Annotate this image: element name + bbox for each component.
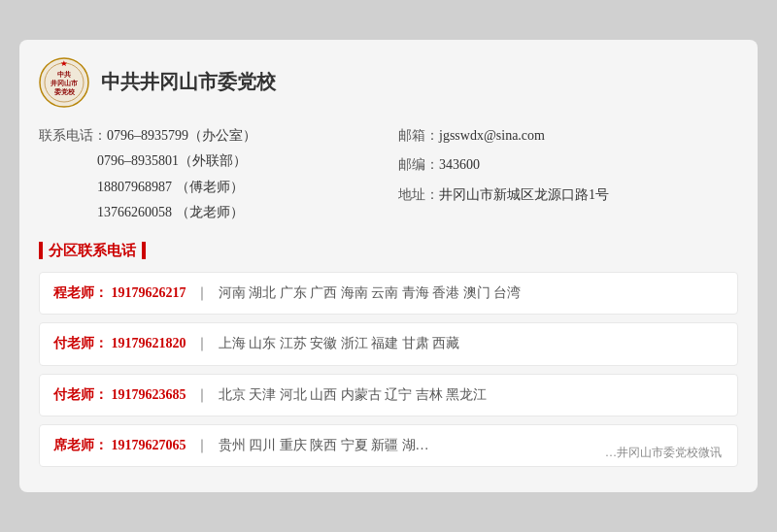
svg-text:中共: 中共 <box>57 70 72 79</box>
contact-item-3: 席老师： 19179627065 ｜ 贵州 四川 重庆 陕西 宁夏 新疆 湖… … <box>39 424 738 467</box>
teacher-2: 付老师： <box>53 387 108 402</box>
contact-item-1: 付老师： 19179621820 ｜ 上海 山东 江苏 安徽 浙江 福建 甘肃 … <box>39 322 738 365</box>
contact-item-0: 程老师： 19179626217 ｜ 河南 湖北 广东 广西 海南 云南 青海 … <box>39 272 738 315</box>
separator-1: ｜ <box>195 336 209 350</box>
phone-row-4: 13766260058 （龙老师） <box>39 200 379 226</box>
regions-1: 上海 山东 江苏 安徽 浙江 福建 甘肃 西藏 <box>219 336 460 350</box>
svg-text:井冈山市: 井冈山市 <box>51 79 78 86</box>
regions-3: 贵州 四川 重庆 陕西 宁夏 新疆 湖… <box>219 438 429 452</box>
phone-2: 19179623685 <box>112 387 186 402</box>
watermark: …井冈山市委党校微讯 <box>599 442 727 464</box>
separator-0: ｜ <box>195 285 209 300</box>
contact-item-2: 付老师： 19179623685 ｜ 北京 天津 河北 山西 内蒙古 辽宁 吉林… <box>39 374 738 416</box>
info-section: 联系电话：0796–8935799（办公室） 0796–8935801（外联部）… <box>39 123 738 226</box>
phone-row-1: 联系电话：0796–8935799（办公室） <box>39 123 379 150</box>
phone-1: 19179621820 <box>112 336 186 350</box>
phone-0: 19179626217 <box>112 285 186 300</box>
separator-3: ｜ <box>195 438 209 452</box>
divider-bar-right <box>142 242 146 259</box>
phone-3: 19179627065 <box>112 438 186 452</box>
teacher-0: 程老师： <box>53 285 108 300</box>
teacher-3: 席老师： <box>53 438 108 452</box>
postcode-label: 邮编： <box>398 157 439 172</box>
section-title: 分区联系电话 <box>49 242 136 260</box>
svg-text:委党校: 委党校 <box>53 87 76 96</box>
section-divider: 分区联系电话 <box>39 242 738 260</box>
email-label: 邮箱： <box>398 128 439 143</box>
regions-2: 北京 天津 河北 山西 内蒙古 辽宁 吉林 黑龙江 <box>219 387 488 402</box>
phone-row-3: 18807968987 （傅老师） <box>39 175 379 201</box>
regions-0: 河南 湖北 广东 广西 海南 云南 青海 香港 澳门 台湾 <box>219 285 522 300</box>
email-row: 邮箱：jgsswdx@sina.com <box>398 123 738 150</box>
separator-2: ｜ <box>195 387 209 402</box>
postcode-row: 邮编：343600 <box>398 152 738 179</box>
org-logo: 中共 井冈山市 委党校 <box>39 57 89 108</box>
teacher-1: 付老师： <box>53 336 108 350</box>
org-name: 中共井冈山市委党校 <box>101 69 276 95</box>
main-card: 中共 井冈山市 委党校 中共井冈山市委党校 联系电话：0796–8935799（… <box>19 40 758 493</box>
address-label: 地址： <box>398 187 439 202</box>
info-right: 邮箱：jgsswdx@sina.com 邮编：343600 地址：井冈山市新城区… <box>398 123 738 226</box>
address-row: 地址：井冈山市新城区龙源口路1号 <box>398 183 738 209</box>
phone-row-2: 0796–8935801（外联部） <box>39 149 379 175</box>
contact-list: 程老师： 19179626217 ｜ 河南 湖北 广东 广西 海南 云南 青海 … <box>39 272 738 476</box>
info-left: 联系电话：0796–8935799（办公室） 0796–8935801（外联部）… <box>39 123 379 226</box>
header: 中共 井冈山市 委党校 中共井冈山市委党校 <box>39 57 738 108</box>
phone-label: 联系电话： <box>39 128 107 143</box>
divider-bar-left <box>39 242 43 259</box>
